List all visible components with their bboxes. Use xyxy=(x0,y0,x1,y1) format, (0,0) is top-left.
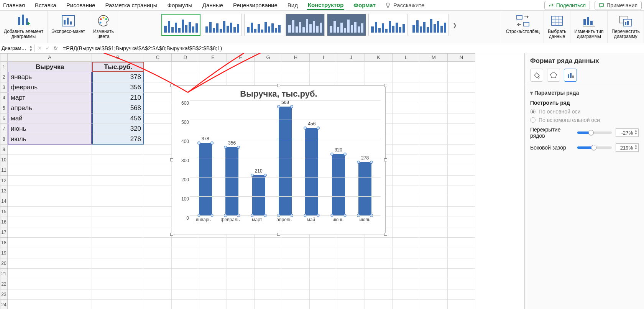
cell[interactable] xyxy=(8,207,92,217)
cell[interactable] xyxy=(393,196,420,207)
cell[interactable] xyxy=(144,279,172,289)
cell[interactable] xyxy=(199,72,227,82)
cell[interactable] xyxy=(227,62,255,72)
menu-рецензирование[interactable]: Рецензирование xyxy=(232,1,278,9)
cell[interactable] xyxy=(8,217,92,227)
cell[interactable] xyxy=(255,62,282,72)
chart-style-7[interactable] xyxy=(410,14,449,36)
row-header[interactable]: 21 xyxy=(0,269,8,279)
menu-конструктор[interactable]: Конструктор xyxy=(307,1,344,10)
cell[interactable] xyxy=(420,227,448,238)
cell[interactable] xyxy=(199,238,227,248)
cell[interactable] xyxy=(172,62,199,72)
cell[interactable] xyxy=(255,300,282,309)
chart-style-1[interactable] xyxy=(161,14,200,36)
cell[interactable] xyxy=(144,93,172,103)
cell[interactable] xyxy=(310,289,337,300)
cell[interactable] xyxy=(337,269,365,279)
cell[interactable] xyxy=(393,155,420,165)
cell[interactable] xyxy=(92,145,144,155)
row-header[interactable]: 19 xyxy=(0,248,8,258)
cell[interactable] xyxy=(255,279,282,289)
cell[interactable] xyxy=(393,258,420,269)
cell[interactable] xyxy=(310,72,337,82)
cell[interactable] xyxy=(337,72,365,82)
row-header[interactable]: 23 xyxy=(0,289,8,300)
cell[interactable] xyxy=(448,155,475,165)
cell[interactable] xyxy=(8,269,92,279)
cell[interactable] xyxy=(92,176,144,186)
chart-bar[interactable]: 378 xyxy=(199,143,212,215)
cell[interactable] xyxy=(337,289,365,300)
cell[interactable] xyxy=(420,289,448,300)
menu-данные[interactable]: Данные xyxy=(202,1,224,9)
cell[interactable] xyxy=(227,289,255,300)
row-header[interactable]: 7 xyxy=(0,124,8,134)
cell[interactable] xyxy=(92,165,144,176)
chart-bar[interactable]: 456 xyxy=(305,128,318,215)
styles-scroll-right[interactable]: ❯ xyxy=(451,14,458,36)
cell[interactable] xyxy=(144,124,172,134)
chart-bar[interactable]: 278 xyxy=(358,162,371,215)
column-header-J[interactable]: J xyxy=(337,53,365,62)
cell[interactable] xyxy=(448,165,475,176)
select-all-corner[interactable] xyxy=(0,53,8,62)
cell[interactable]: 320 xyxy=(92,124,144,134)
column-header-A[interactable]: A xyxy=(8,53,92,62)
cell[interactable]: 456 xyxy=(92,113,144,124)
cell[interactable] xyxy=(92,300,144,309)
cell[interactable] xyxy=(310,238,337,248)
menu-вставка[interactable]: Вставка xyxy=(34,1,57,9)
row-header[interactable]: 12 xyxy=(0,176,8,186)
cell[interactable] xyxy=(144,248,172,258)
cell[interactable] xyxy=(199,289,227,300)
menu-формат[interactable]: Формат xyxy=(353,1,376,9)
fx-icon[interactable]: fx xyxy=(54,45,58,51)
cell[interactable] xyxy=(448,62,475,72)
cell[interactable]: 568 xyxy=(92,103,144,113)
column-header-E[interactable]: E xyxy=(199,53,227,62)
cell[interactable] xyxy=(144,103,172,113)
row-header[interactable]: 14 xyxy=(0,196,8,207)
column-header-I[interactable]: I xyxy=(310,53,337,62)
cell[interactable] xyxy=(144,82,172,93)
cell[interactable] xyxy=(227,258,255,269)
cell[interactable] xyxy=(393,176,420,186)
cell[interactable] xyxy=(393,300,420,309)
row-header[interactable]: 3 xyxy=(0,82,8,93)
cell[interactable] xyxy=(420,176,448,186)
cell[interactable] xyxy=(420,258,448,269)
chart-resize-handle[interactable] xyxy=(277,84,280,87)
cell[interactable] xyxy=(420,248,448,258)
cell[interactable] xyxy=(448,217,475,227)
cell[interactable] xyxy=(144,145,172,155)
cell[interactable] xyxy=(144,155,172,165)
cell[interactable] xyxy=(8,248,92,258)
row-header[interactable]: 6 xyxy=(0,113,8,124)
cell[interactable] xyxy=(282,269,310,279)
cell[interactable] xyxy=(144,258,172,269)
row-header[interactable]: 5 xyxy=(0,103,8,113)
cell[interactable] xyxy=(172,269,199,279)
row-header[interactable]: 2 xyxy=(0,72,8,82)
cell[interactable] xyxy=(92,186,144,196)
cell[interactable] xyxy=(8,279,92,289)
cell[interactable] xyxy=(144,300,172,309)
cell[interactable] xyxy=(8,289,92,300)
cell[interactable] xyxy=(92,207,144,217)
cell[interactable] xyxy=(448,103,475,113)
format-tab-fill[interactable] xyxy=(530,69,543,82)
series-options-header[interactable]: Параметры ряда xyxy=(530,88,639,97)
cell[interactable] xyxy=(420,279,448,289)
cell[interactable] xyxy=(92,196,144,207)
cell[interactable] xyxy=(227,248,255,258)
column-header-M[interactable]: M xyxy=(420,53,448,62)
cell[interactable] xyxy=(448,196,475,207)
menu-вид[interactable]: Вид xyxy=(287,1,299,9)
chart-resize-handle[interactable] xyxy=(170,233,173,236)
column-header-H[interactable]: H xyxy=(282,53,310,62)
cell[interactable]: март xyxy=(8,93,92,103)
cell[interactable] xyxy=(393,217,420,227)
cell[interactable] xyxy=(337,258,365,269)
overlap-input[interactable]: -27%▲▼ xyxy=(616,128,639,137)
